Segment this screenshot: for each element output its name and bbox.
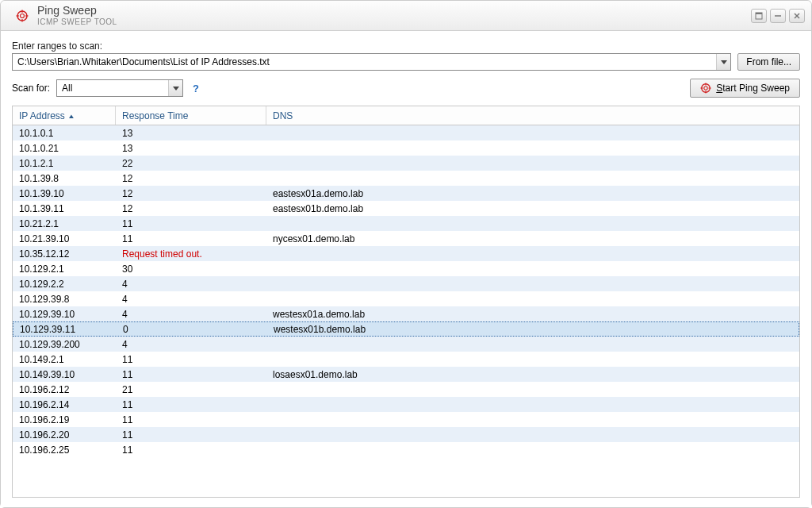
cell-ip: 10.1.0.21 <box>13 143 116 154</box>
table-row[interactable]: 10.35.12.12Request timed out. <box>13 246 799 261</box>
start-button-label: Start Ping Sweep <box>716 83 790 94</box>
scanfor-select[interactable]: All <box>56 79 183 97</box>
cell-response-time: 11 <box>116 414 266 425</box>
table-row[interactable]: 10.1.39.812 <box>13 171 799 186</box>
table-row[interactable]: 10.1.0.2113 <box>13 140 799 156</box>
table-row[interactable]: 10.129.2.24 <box>13 276 799 291</box>
cell-ip: 10.129.39.11 <box>13 324 117 335</box>
svg-point-14 <box>704 87 707 90</box>
cell-response-time: 4 <box>116 339 266 350</box>
cell-response-time: 11 <box>116 218 266 229</box>
cell-ip: 10.129.2.1 <box>13 264 116 275</box>
cell-response-time: Request timed out. <box>116 248 266 260</box>
cell-ip: 10.149.39.10 <box>13 369 116 380</box>
table-row[interactable]: 10.1.39.1112eastesx01b.demo.lab <box>13 201 799 216</box>
cell-response-time: 11 <box>116 369 266 380</box>
cell-ip: 10.129.2.2 <box>13 279 116 290</box>
from-file-label: From file... <box>746 56 791 67</box>
table-row[interactable]: 10.21.39.1011nycesx01.demo.lab <box>13 231 799 246</box>
ranges-label: Enter ranges to scan: <box>12 40 800 52</box>
titlebar: Ping Sweep ICMP SWEEP TOOL <box>1 1 811 31</box>
svg-marker-12 <box>173 87 179 90</box>
cell-dns: losaesx01.demo.lab <box>266 369 799 380</box>
window-controls <box>751 9 805 23</box>
window-subtitle: ICMP SWEEP TOOL <box>37 17 117 26</box>
cell-dns: nycesx01.demo.lab <box>266 233 799 244</box>
cell-response-time: 22 <box>116 158 266 169</box>
cell-dns: eastesx01a.demo.lab <box>266 188 799 199</box>
app-window: Ping Sweep ICMP SWEEP TOOL Enter ranges … <box>0 0 812 508</box>
cell-ip: 10.35.12.12 <box>13 248 116 260</box>
app-target-icon <box>15 9 29 23</box>
cell-ip: 10.196.2.20 <box>13 429 116 441</box>
svg-marker-11 <box>721 60 727 64</box>
table-row[interactable]: 10.196.2.1911 <box>13 412 799 427</box>
svg-rect-7 <box>756 13 762 14</box>
cell-ip: 10.1.39.10 <box>13 188 116 199</box>
table-row[interactable]: 10.196.2.1221 <box>13 382 799 397</box>
cell-dns: westesx01b.demo.lab <box>267 324 799 335</box>
cell-response-time: 12 <box>116 188 266 199</box>
cell-response-time: 30 <box>116 264 266 275</box>
title-text: Ping Sweep ICMP SWEEP TOOL <box>37 5 117 25</box>
cell-ip: 10.129.39.200 <box>13 339 116 350</box>
cell-ip: 10.1.2.1 <box>13 158 116 169</box>
cell-response-time: 12 <box>116 203 266 214</box>
scanfor-label: Scan for: <box>12 83 50 94</box>
cell-response-time: 0 <box>117 324 267 335</box>
cell-ip: 10.129.39.10 <box>13 309 116 320</box>
dock-button[interactable] <box>751 9 767 23</box>
table-row[interactable]: 10.1.0.113 <box>13 125 799 140</box>
column-header-dns[interactable]: DNS <box>266 106 799 125</box>
start-ping-sweep-button[interactable]: Start Ping Sweep <box>690 79 800 98</box>
cell-ip: 10.196.2.19 <box>13 414 116 425</box>
table-row[interactable]: 10.196.2.1411 <box>13 397 799 412</box>
table-body[interactable]: 10.1.0.11310.1.0.211310.1.2.12210.1.39.8… <box>13 125 799 497</box>
cell-response-time: 11 <box>116 399 266 410</box>
table-row[interactable]: 10.129.39.2004 <box>13 337 799 352</box>
cell-response-time: 11 <box>116 354 266 365</box>
close-button[interactable] <box>789 9 805 23</box>
cell-response-time: 13 <box>116 143 266 154</box>
cell-ip: 10.21.39.10 <box>13 233 116 244</box>
table-row[interactable]: 10.1.2.122 <box>13 156 799 171</box>
cell-ip: 10.21.2.1 <box>13 218 116 229</box>
cell-ip: 10.196.2.12 <box>13 384 116 395</box>
table-row[interactable]: 10.129.39.104westesx01a.demo.lab <box>13 306 799 321</box>
cell-ip: 10.129.39.8 <box>13 294 116 305</box>
table-row[interactable]: 10.196.2.2011 <box>13 427 799 442</box>
table-row[interactable]: 10.129.2.130 <box>13 261 799 276</box>
minimize-button[interactable] <box>770 9 786 23</box>
table-row[interactable]: 10.129.39.110westesx01b.demo.lab <box>13 321 799 337</box>
scanfor-dropdown-arrow[interactable] <box>168 80 182 96</box>
cell-ip: 10.196.2.14 <box>13 399 116 410</box>
cell-ip: 10.196.2.25 <box>13 444 116 456</box>
cell-response-time: 13 <box>116 128 266 139</box>
results-table: IP Address Response Time DNS 10.1.0.1131… <box>12 106 800 498</box>
table-row[interactable]: 10.196.2.2511 <box>13 442 799 457</box>
cell-ip: 10.1.39.8 <box>13 173 116 184</box>
cell-dns: eastesx01b.demo.lab <box>266 203 799 214</box>
from-file-button[interactable]: From file... <box>737 53 800 71</box>
cell-response-time: 4 <box>116 279 266 290</box>
ranges-input[interactable] <box>13 56 716 67</box>
table-row[interactable]: 10.1.39.1012eastesx01a.demo.lab <box>13 186 799 201</box>
table-row[interactable]: 10.129.39.84 <box>13 291 799 306</box>
cell-response-time: 11 <box>116 429 266 441</box>
cell-ip: 10.149.2.1 <box>13 354 116 365</box>
cell-response-time: 4 <box>116 294 266 305</box>
window-title: Ping Sweep <box>37 5 117 17</box>
table-row[interactable]: 10.149.2.111 <box>13 352 799 367</box>
content-area: Enter ranges to scan: From file... Scan … <box>1 31 811 507</box>
table-row[interactable]: 10.21.2.111 <box>13 216 799 231</box>
cell-dns: westesx01a.demo.lab <box>266 309 799 320</box>
column-header-response-time[interactable]: Response Time <box>116 106 266 125</box>
ranges-dropdown-arrow[interactable] <box>716 54 730 70</box>
cell-response-time: 12 <box>116 173 266 184</box>
ranges-combo[interactable] <box>12 53 731 71</box>
table-row[interactable]: 10.149.39.1011losaesx01.demo.lab <box>13 367 799 382</box>
start-target-icon <box>700 83 711 94</box>
help-icon[interactable]: ? <box>190 83 202 94</box>
cell-ip: 10.1.39.11 <box>13 203 116 214</box>
column-header-ip[interactable]: IP Address <box>13 106 116 125</box>
